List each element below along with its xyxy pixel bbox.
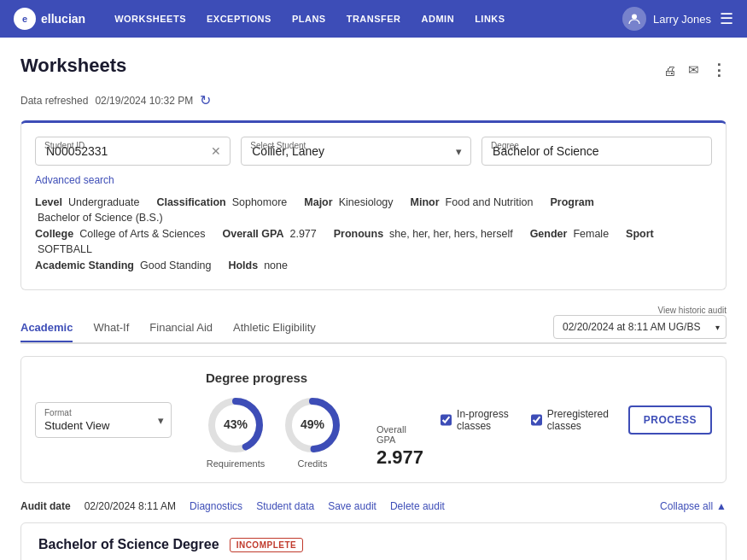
refresh-label: Data refreshed <box>20 95 88 107</box>
academic-standing-label: Academic Standing <box>35 260 134 271</box>
credits-donut: 49% <box>283 395 342 455</box>
advanced-search-link[interactable]: Advanced search <box>35 174 712 186</box>
svg-text:43%: 43% <box>224 417 248 431</box>
tab-academic[interactable]: Academic <box>20 314 73 342</box>
program-label: Program <box>550 196 593 208</box>
gender-label: Gender <box>530 228 568 240</box>
student-data-link[interactable]: Student data <box>256 500 314 512</box>
student-info-row-1: Level Undergraduate Classification Sopho… <box>35 196 712 224</box>
diagnostics-link[interactable]: Diagnostics <box>190 500 242 512</box>
requirements-donut: 43% <box>206 395 266 455</box>
refresh-bar: Data refreshed 02/19/2024 10:32 PM <box>20 92 727 108</box>
print-icon[interactable] <box>663 63 676 78</box>
main-content: Worksheets Data refreshed 02/19/2024 10:… <box>0 38 747 560</box>
audit-select-wrap: 02/20/2024 at 8:11 AM UG/BS <box>553 315 727 339</box>
logo-icon: e <box>14 8 36 30</box>
overall-gpa-section: Overall GPA 2.977 <box>376 424 423 469</box>
minor-label: Minor <box>411 196 440 208</box>
college-value: College of Arts & Sciences <box>79 228 205 240</box>
holds-value: none <box>264 260 288 271</box>
student-fields: Student ID N00052331 ✕ Select Student Co… <box>35 137 712 166</box>
nav-exceptions[interactable]: EXCEPTIONS <box>198 0 280 38</box>
sport-value: SOFTBALL <box>38 243 92 255</box>
student-id-field: Student ID N00052331 ✕ <box>35 137 231 166</box>
major-label: Major <box>304 196 332 208</box>
holds-label: Holds <box>228 260 258 271</box>
nav-admin[interactable]: ADMIN <box>413 0 464 38</box>
inprogress-checkbox[interactable] <box>441 414 452 426</box>
select-student-label: Select Student <box>250 141 306 150</box>
email-icon[interactable] <box>688 62 699 78</box>
nav-links: WORKSHEETS EXCEPTIONS PLANS TRANSFER ADM… <box>106 0 622 38</box>
logo: e ellucian <box>14 8 85 30</box>
pronouns-value: she, her, her, hers, herself <box>389 228 513 240</box>
requirements-label: Requirements <box>207 458 265 469</box>
minor-value: Food and Nutrition <box>446 196 534 208</box>
delete-audit-link[interactable]: Delete audit <box>390 500 445 512</box>
format-value: Student View <box>44 419 162 432</box>
collapse-chevron-icon: ▲ <box>716 500 727 512</box>
classification-value: Sophomore <box>232 196 288 208</box>
more-icon[interactable] <box>711 61 727 79</box>
select-chevron-icon[interactable] <box>456 145 462 158</box>
svg-text:49%: 49% <box>301 417 325 431</box>
degree-section-header: Bachelor of Science Degree INCOMPLETE <box>38 537 709 552</box>
navigation: e ellucian WORKSHEETS EXCEPTIONS PLANS T… <box>0 0 747 38</box>
tab-financial-aid[interactable]: Financial Aid <box>149 314 213 342</box>
degree-progress-section: Degree progress 43% Requirements <box>206 370 423 469</box>
nav-worksheets[interactable]: WORKSHEETS <box>106 0 195 38</box>
pronouns-label: Pronouns <box>334 228 383 240</box>
user-name: Larry Jones <box>653 13 711 26</box>
main-tabs: Academic What-If Financial Aid Athletic … <box>20 314 530 341</box>
audit-bar: Audit date 02/20/2024 8:11 AM Diagnostic… <box>20 497 727 516</box>
collapse-all-button[interactable]: Collapse all ▲ <box>660 500 727 512</box>
credits-circle: 49% Credits <box>283 395 342 469</box>
select-student-field[interactable]: Select Student Collier, Laney <box>241 137 471 166</box>
sport-label: Sport <box>626 228 654 240</box>
inprogress-checkbox-item[interactable]: In-progress classes <box>441 408 517 432</box>
major-value: Kinesiology <box>339 196 394 208</box>
format-chevron-icon <box>158 413 164 426</box>
collapse-all-label: Collapse all <box>660 500 713 512</box>
tab-what-if[interactable]: What-If <box>93 314 129 342</box>
degree-field: Degree Bachelor of Science <box>481 137 712 166</box>
format-label: Format <box>44 408 162 417</box>
audit-select[interactable]: 02/20/2024 at 8:11 AM UG/BS <box>553 315 727 339</box>
refresh-date: 02/19/2024 10:32 PM <box>95 95 193 107</box>
degree-label: Degree <box>491 141 519 150</box>
tabs-row: Academic What-If Financial Aid Athletic … <box>20 306 727 342</box>
process-button[interactable]: PROCESS <box>628 405 712 435</box>
tab-athletic-eligibility[interactable]: Athletic Eligibility <box>233 314 316 342</box>
incomplete-badge: INCOMPLETE <box>230 538 304 552</box>
college-label: College <box>35 228 73 240</box>
hamburger-icon[interactable]: ☰ <box>720 9 733 28</box>
student-card: Student ID N00052331 ✕ Select Student Co… <box>20 120 727 290</box>
preregistered-checkbox[interactable] <box>531 414 542 426</box>
program-value: Bachelor of Science (B.S.) <box>38 212 163 224</box>
degree-section-title: Bachelor of Science Degree <box>38 537 219 552</box>
level-label: Level <box>35 196 62 208</box>
preregistered-checkbox-item[interactable]: Preregistered classes <box>531 408 615 432</box>
overall-gpa-label: Overall GPA <box>376 424 423 445</box>
format-dropdown[interactable]: Format Student View <box>35 402 172 438</box>
student-info-row-3: Academic Standing Good Standing Holds no… <box>35 260 712 271</box>
nav-transfer[interactable]: TRANSFER <box>338 0 410 38</box>
gender-value: Female <box>573 228 609 240</box>
page-title: Worksheets <box>20 55 126 77</box>
gpa-label: Overall GPA <box>222 228 283 240</box>
classification-label: Classification <box>156 196 225 208</box>
progress-card-top: Format Student View Degree progress 43% <box>35 370 712 469</box>
refresh-icon[interactable] <box>200 92 211 108</box>
preregistered-label: Preregistered classes <box>547 408 615 432</box>
user-avatar <box>622 7 646 31</box>
level-value: Undergraduate <box>68 196 139 208</box>
degree-progress-title: Degree progress <box>206 370 423 385</box>
requirements-circle: 43% Requirements <box>206 395 266 469</box>
student-info-row-2: College College of Arts & Sciences Overa… <box>35 228 712 255</box>
save-audit-link[interactable]: Save audit <box>328 500 376 512</box>
circles-wrap: 43% Requirements 49% Credits <box>206 395 423 469</box>
nav-plans[interactable]: PLANS <box>283 0 335 38</box>
clear-icon[interactable]: ✕ <box>211 144 221 158</box>
nav-links[interactable]: LINKS <box>466 0 514 38</box>
overall-gpa-value: 2.977 <box>376 446 423 469</box>
